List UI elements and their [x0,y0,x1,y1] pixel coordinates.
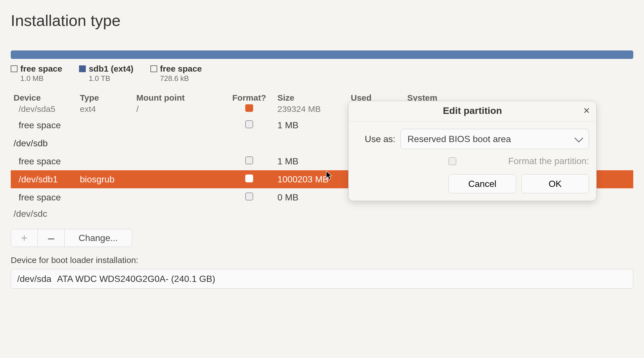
table-row[interactable]: /dev/sdc [11,206,633,221]
col-header-type[interactable]: Type [80,93,136,103]
cell-size: 1 MB [277,156,351,167]
partition-table: Device Type Mount point Format? Size Use… [11,91,633,221]
checkbox-icon[interactable] [245,120,253,128]
cell-mount: / [136,104,221,114]
checkbox-icon[interactable] [245,193,253,200]
boot-device-desc: ATA WDC WDS240G2G0A- (240.1 GB) [57,274,215,284]
cell-format[interactable] [221,156,277,167]
cell-device: free space [14,120,80,131]
legend-size: 1.0 MB [20,74,62,83]
boot-loader-label: Device for boot loader installation: [11,255,633,265]
cell-format[interactable] [221,120,277,131]
use-as-label: Use as: [356,134,395,144]
remove-partition-button[interactable]: – [38,229,65,247]
cell-device: /dev/sdc [14,209,80,219]
col-header-format[interactable]: Format? [221,93,277,103]
page-title: Installation type [11,11,633,30]
legend-swatch [150,65,157,72]
legend-item: free space 728.6 kB [150,64,202,83]
edit-partition-dialog: Edit partition ✕ Use as: Reserved BIOS b… [348,101,597,201]
cell-device: /dev/sdb1 [14,174,80,185]
cell-device: /dev/sda5 [14,104,80,114]
close-icon: ✕ [583,106,590,115]
cell-size: 1 MB [277,120,351,131]
use-as-value: Reserved BIOS boot area [408,134,511,144]
legend-name: free space [160,64,202,74]
use-as-select[interactable]: Reserved BIOS boot area [400,129,589,149]
disk-usage-bar[interactable] [11,50,633,59]
close-button[interactable]: ✕ [583,106,590,116]
legend-item: sdb1 (ext4) 1.0 TB [79,64,133,83]
legend-size: 728.6 kB [160,74,202,83]
cell-device: free space [14,192,80,203]
chevron-down-icon [574,134,583,142]
format-label: Format the partition: [508,156,589,166]
legend-name: free space [20,64,62,74]
checkbox-icon[interactable] [245,174,253,182]
cancel-button[interactable]: Cancel [448,174,516,193]
add-partition-button[interactable]: + [11,229,38,247]
cell-device: free space [14,156,80,167]
cell-type: biosgrub [80,174,136,185]
cell-format[interactable] [221,104,277,114]
cell-size: 0 MB [277,192,351,203]
col-header-size[interactable]: Size [277,93,351,103]
change-partition-button[interactable]: Change... [64,229,132,247]
format-partition-row: Format the partition: [400,156,589,166]
legend-swatch [79,65,86,72]
legend-swatch [11,65,17,72]
partition-toolbar: + – Change... [11,229,633,247]
ok-button[interactable]: OK [521,174,589,193]
legend-item: free space 1.0 MB [11,64,62,83]
boot-loader-select[interactable]: /dev/sda ATA WDC WDS240G2G0A- (240.1 GB) [11,269,633,289]
legend-name: sdb1 (ext4) [89,64,133,74]
col-header-mount[interactable]: Mount point [136,93,221,103]
checkbox-icon[interactable] [245,156,253,164]
cell-device: /dev/sdb [14,138,80,149]
format-checkbox [448,157,456,165]
dialog-title: Edit partition [443,105,502,116]
boot-device: /dev/sda [17,274,51,284]
checkbox-icon[interactable] [245,104,253,112]
legend-size: 1.0 TB [89,74,133,83]
legend: free space 1.0 MB sdb1 (ext4) 1.0 TB fre… [11,64,633,83]
cell-format[interactable] [221,174,277,185]
cell-size: 239324 MB [277,104,351,114]
cell-size: 1000203 MB [277,174,351,185]
col-header-device[interactable]: Device [14,93,80,103]
cell-type: ext4 [80,104,136,114]
cell-format[interactable] [221,192,277,203]
